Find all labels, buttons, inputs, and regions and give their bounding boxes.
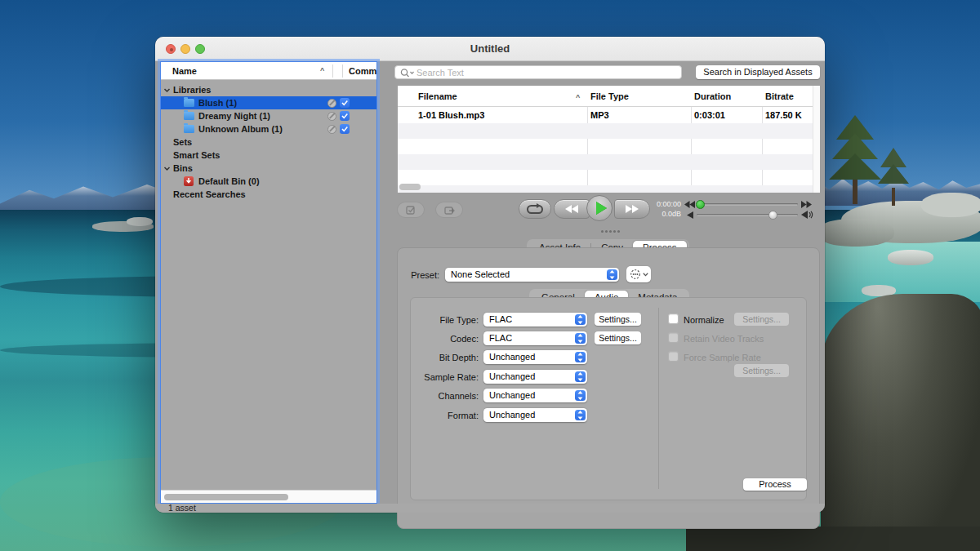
- wallpaper-pine-tree: [878, 164, 909, 184]
- cell-duration[interactable]: 0:03:01: [694, 108, 725, 123]
- cell-bitrate[interactable]: 187.50 K: [765, 108, 802, 123]
- scrollbar-thumb[interactable]: [164, 494, 288, 500]
- codec-dropdown[interactable]: FLAC: [483, 331, 587, 345]
- popup-stepper-icon: [575, 390, 586, 401]
- ellipsis-circle-icon: [630, 269, 641, 280]
- preset-actions-button[interactable]: [626, 266, 651, 282]
- fast-forward-button[interactable]: [614, 199, 650, 219]
- search-field[interactable]: [394, 65, 682, 79]
- sidebar-group-label[interactable]: Smart Sets: [173, 149, 220, 162]
- seek-slider-knob[interactable]: [696, 200, 705, 209]
- sidebar-name-column[interactable]: Name: [172, 66, 197, 76]
- file-type-settings-button[interactable]: Settings...: [595, 313, 641, 326]
- search-icon[interactable]: [399, 68, 416, 78]
- loop-icon: [526, 203, 544, 215]
- sample-rate-dropdown[interactable]: Unchanged: [483, 370, 587, 384]
- column-divider[interactable]: [342, 64, 343, 78]
- rewind-icon: [565, 205, 578, 213]
- skip-forward-icon[interactable]: [801, 201, 812, 208]
- sidebar-item-default-bin[interactable]: Default Bin (0): [161, 175, 376, 188]
- empty-row: [398, 185, 813, 193]
- sidebar-column-header[interactable]: Name ^ Comm: [161, 62, 376, 80]
- fast-forward-icon: [626, 205, 639, 213]
- volume-slider[interactable]: [697, 214, 798, 216]
- chevron-down-icon[interactable]: [163, 87, 171, 94]
- preset-label: Preset:: [390, 270, 439, 280]
- sidebar-group-label[interactable]: Bins: [173, 162, 193, 175]
- sidebar-comments-column[interactable]: Comm: [349, 66, 376, 76]
- wallpaper-pebble: [888, 250, 933, 265]
- file-type-value: FLAC: [489, 314, 512, 324]
- normalize-checkbox[interactable]: [668, 313, 679, 324]
- sidebar-group-recent-searches[interactable]: Recent Searches: [161, 188, 376, 201]
- normalize-label: Normalize: [684, 315, 724, 325]
- volume-min-icon[interactable]: [687, 211, 693, 219]
- column-header-file-type[interactable]: File Type: [590, 91, 629, 101]
- column-divider[interactable]: [332, 64, 333, 78]
- loop-button[interactable]: [519, 199, 551, 219]
- sidebar-item-label[interactable]: Default Bin (0): [198, 175, 260, 188]
- sidebar-item-unknown-album[interactable]: Unknown Album (1): [161, 122, 376, 136]
- sidebar-item-label[interactable]: Unknown Album (1): [198, 122, 283, 136]
- download-arrow-icon: [184, 176, 194, 186]
- sort-ascending-icon: ^: [320, 66, 324, 74]
- popup-stepper-icon: [575, 333, 586, 344]
- retain-video-tracks-checkbox: [668, 332, 679, 343]
- status-bar: 1 asset: [155, 504, 825, 513]
- sidebar-group-sets[interactable]: Sets: [161, 136, 376, 149]
- search-input[interactable]: [416, 67, 678, 78]
- sidebar-group-label[interactable]: Recent Searches: [173, 188, 246, 201]
- pane-resize-grip[interactable]: [601, 230, 604, 233]
- sidebar-group-label[interactable]: Sets: [173, 136, 192, 149]
- column-header-filename[interactable]: Filename: [418, 91, 457, 101]
- column-header-duration[interactable]: Duration: [694, 91, 731, 101]
- library-checkbox[interactable]: [340, 124, 350, 134]
- force-sample-rate-settings-button: Settings...: [734, 364, 789, 377]
- skip-back-icon[interactable]: [684, 201, 695, 208]
- file-type-dropdown[interactable]: FLAC: [483, 313, 587, 327]
- table-row[interactable]: 1-01 Blush.mp3 MP3 0:03:01 187.50 K: [398, 108, 813, 123]
- sidebar-group-smart-sets[interactable]: Smart Sets: [161, 149, 376, 162]
- table-vertical-scrollbar[interactable]: [813, 86, 820, 193]
- title-bar[interactable]: Untitled: [155, 37, 825, 61]
- sidebar: Name ^ Comm Libraries Blush (1) Dreamy N…: [160, 61, 377, 504]
- volume-slider-knob[interactable]: [768, 211, 777, 220]
- format-dropdown[interactable]: Unchanged: [483, 408, 587, 422]
- preset-value: None Selected: [451, 269, 510, 279]
- process-button[interactable]: Process: [743, 478, 807, 491]
- empty-row: [398, 139, 813, 154]
- sidebar-item-label[interactable]: Blush (1): [198, 96, 237, 109]
- force-sample-rate-checkbox: [668, 351, 679, 362]
- library-checkbox[interactable]: [340, 98, 350, 108]
- preset-dropdown[interactable]: None Selected: [445, 268, 619, 282]
- sidebar-horizontal-scrollbar[interactable]: [161, 490, 376, 503]
- play-button[interactable]: [586, 195, 612, 221]
- folder-icon: [184, 112, 194, 120]
- asset-count: 1 asset: [168, 503, 196, 513]
- window-title: Untitled: [155, 42, 825, 55]
- empty-row: [398, 170, 813, 185]
- seek-slider[interactable]: [697, 203, 798, 206]
- bit-depth-value: Unchanged: [489, 352, 535, 362]
- cell-filename[interactable]: 1-01 Blush.mp3: [418, 108, 484, 123]
- table-horizontal-scrollbar-thumb[interactable]: [399, 184, 421, 190]
- sidebar-group-libraries[interactable]: Libraries: [161, 83, 376, 96]
- sidebar-item-dreamy-night[interactable]: Dreamy Night (1): [161, 109, 376, 122]
- folder-icon: [184, 125, 194, 133]
- rewind-button[interactable]: [554, 199, 590, 219]
- channels-dropdown[interactable]: Unchanged: [483, 389, 587, 402]
- codec-settings-button[interactable]: Settings...: [595, 331, 641, 344]
- bit-depth-dropdown[interactable]: Unchanged: [483, 350, 587, 364]
- sidebar-item-label[interactable]: Dreamy Night (1): [198, 109, 270, 122]
- chevron-down-icon[interactable]: [163, 165, 171, 172]
- sidebar-group-bins[interactable]: Bins: [161, 162, 376, 175]
- volume-max-icon[interactable]: [801, 211, 813, 219]
- search-in-displayed-assets-button[interactable]: Search in Displayed Assets: [696, 65, 820, 79]
- column-header-bitrate[interactable]: Bitrate: [765, 91, 794, 101]
- sidebar-item-blush[interactable]: Blush (1): [161, 96, 376, 109]
- cell-file-type[interactable]: MP3: [590, 108, 609, 123]
- library-checkbox[interactable]: [340, 111, 350, 121]
- table-header: Filename ^ File Type Duration Bitrate: [398, 86, 820, 107]
- check-icon: [340, 124, 350, 134]
- sidebar-group-label[interactable]: Libraries: [173, 83, 211, 96]
